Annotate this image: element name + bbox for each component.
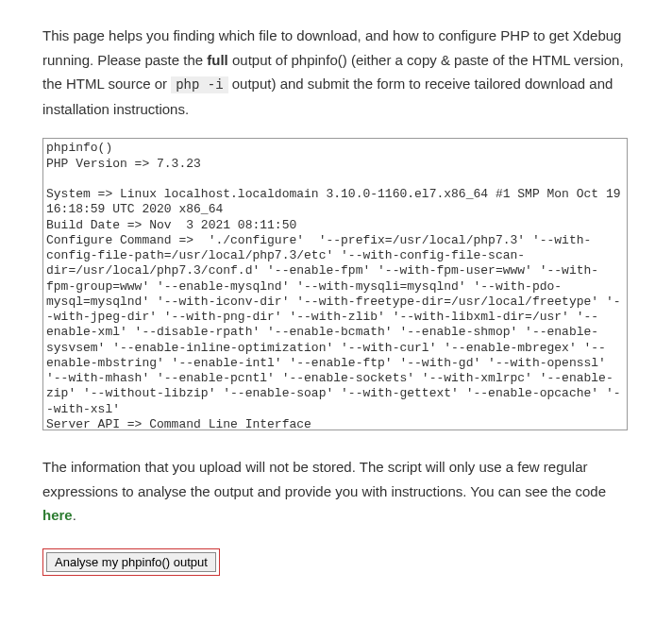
- inline-code-php-i: php -i: [171, 76, 227, 93]
- intro-bold: full: [207, 52, 228, 68]
- info-text-1: The information that you upload will not…: [42, 459, 606, 499]
- code-here-link[interactable]: here: [42, 507, 73, 523]
- intro-paragraph: This page helps you finding which file t…: [42, 24, 630, 121]
- textarea-wrapper: phpinfo() PHP Version => 7.3.23 System =…: [42, 138, 630, 434]
- analyse-button[interactable]: [46, 552, 216, 572]
- phpinfo-textarea[interactable]: phpinfo() PHP Version => 7.3.23 System =…: [42, 138, 628, 430]
- submit-button-highlight: [42, 548, 220, 576]
- info-paragraph: The information that you upload will not…: [42, 455, 630, 528]
- info-text-2: .: [73, 507, 76, 523]
